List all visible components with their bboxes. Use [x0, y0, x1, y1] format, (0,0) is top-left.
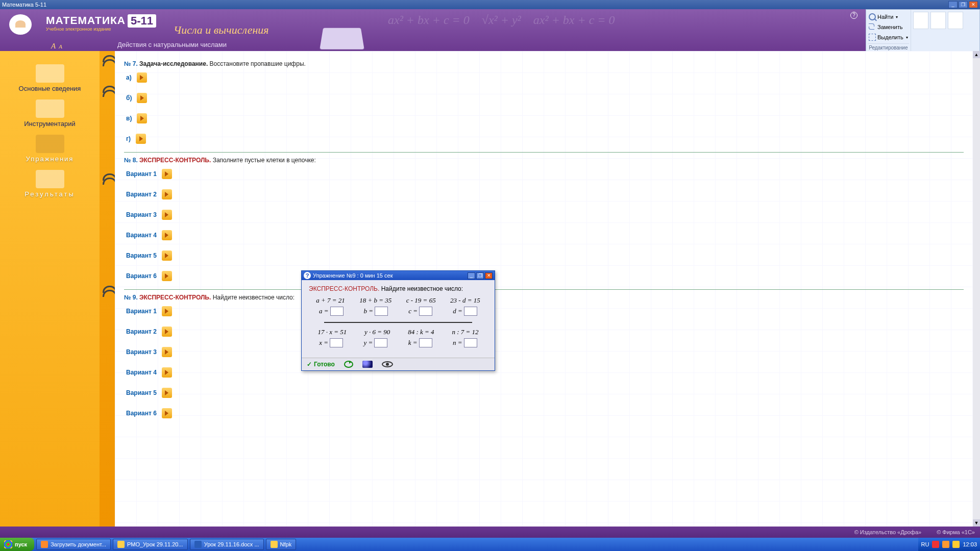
open-arrow-button[interactable] — [162, 169, 172, 179]
firefox-icon — [41, 541, 48, 548]
binder-rings — [100, 51, 115, 527]
tools-icon — [36, 99, 64, 118]
exercise-popup: ? Упражнение №9 : 0 мин 15 сек _ ❐ ✕ ЭКС… — [301, 270, 495, 371]
open-arrow-button[interactable] — [162, 271, 172, 281]
replace-button[interactable]: Заменить — [868, 23, 909, 31]
app-footer: © Издательство «Дрофа» © Фирма «1С» — [0, 527, 980, 538]
taskbar-button-firefox[interactable]: Загрузить документ... — [36, 539, 111, 550]
select-icon — [869, 34, 876, 41]
board-icon — [36, 135, 64, 153]
brand-grades: 5-11 — [128, 14, 156, 28]
task-9: № 9. ЭКСПРЕСС-КОНТРОЛЬ. Найдите неизвест… — [124, 289, 964, 423]
answer-input-n[interactable] — [464, 338, 477, 347]
sidebar: Основные сведения Инструментарий Упражне… — [0, 51, 100, 527]
task8-variant-2: Вариант 2 — [124, 184, 964, 205]
sidebar-item-results[interactable]: Результаты — [9, 166, 91, 201]
popup-minimize-button[interactable]: _ — [468, 272, 475, 279]
open-arrow-button[interactable] — [136, 134, 146, 144]
open-arrow-button[interactable] — [162, 388, 172, 398]
equation-row-2: 17 · x = 51 y · 6 = 90 84 : k = 4 n : 7 … — [309, 328, 487, 336]
task8-variant-6: Вариант 6 — [124, 266, 964, 286]
brand: МАТЕМАТИКА5-11 Учебное электронное издан… — [46, 14, 156, 32]
open-arrow-button[interactable] — [162, 327, 172, 337]
done-button[interactable]: Готово — [307, 361, 335, 368]
scroll-up-button[interactable]: ▲ — [973, 51, 980, 58]
answer-input-a[interactable] — [330, 307, 344, 316]
app-icon — [271, 541, 278, 548]
task8-variant-1: Вариант 1 — [124, 164, 964, 184]
question-icon: ? — [304, 272, 311, 279]
window-maximize-button[interactable]: ❐ — [959, 1, 968, 8]
results-icon — [36, 170, 64, 188]
answer-input-k[interactable] — [419, 338, 432, 347]
decorative-formula: ax² + bx + c = 0 √x² + y² ax² + bx + c =… — [388, 13, 857, 27]
task-7: № 7. Задача-исследование. Восстановите п… — [124, 56, 964, 149]
popup-title: Упражнение №9 : 0 мин 15 сек — [313, 272, 393, 279]
footer-publisher: © Издательство «Дрофа» — [854, 529, 922, 535]
open-arrow-button[interactable] — [162, 230, 172, 240]
select-button[interactable]: Выделить — [868, 33, 909, 41]
system-tray[interactable]: RU 12:03 — [918, 538, 980, 551]
task8-variant-4: Вариант 4 — [124, 225, 964, 245]
language-indicator[interactable]: RU — [921, 541, 929, 547]
equation-row-1: a + 7 = 21 18 + b = 35 c - 19 = 65 23 - … — [309, 296, 487, 305]
popup-titlebar[interactable]: ? Упражнение №9 : 0 мин 15 сек _ ❐ ✕ — [302, 271, 495, 280]
task7-item-c: в) — [124, 108, 964, 129]
vertical-scrollbar[interactable]: ▲ ▼ — [973, 51, 980, 527]
answer-row-1: a = b = c = d = — [309, 307, 487, 316]
find-button[interactable]: Найти — [868, 13, 909, 21]
logo-area — [4, 11, 35, 47]
tray-icon[interactable] — [942, 541, 949, 548]
open-arrow-button[interactable] — [162, 367, 172, 378]
clock[interactable]: 12:03 — [963, 541, 977, 547]
sidebar-item-exercises[interactable]: Упражнения — [9, 131, 91, 166]
open-arrow-button[interactable] — [137, 72, 147, 83]
tray-icon[interactable] — [952, 541, 960, 548]
open-arrow-button[interactable] — [162, 210, 172, 220]
task9-variant-4: Вариант 4 — [124, 362, 964, 383]
book-icon — [322, 23, 362, 49]
popup-close-button[interactable]: ✕ — [485, 272, 493, 279]
answer-input-b[interactable] — [375, 307, 388, 316]
answer-input-y[interactable] — [374, 338, 387, 347]
taskbar-button-folder[interactable]: РМО_Урок 29.11.20... — [113, 539, 188, 550]
app-header: ax² + bx + c = 0 √x² + y² ax² + bx + c =… — [0, 9, 980, 51]
task-8: № 8. ЭКСПРЕСС-КОНТРОЛЬ. Заполните пустые… — [124, 152, 964, 286]
task7-item-a: а) — [124, 67, 964, 88]
answer-input-d[interactable] — [464, 307, 477, 316]
sidebar-item-tools[interactable]: Инструментарий — [9, 95, 91, 131]
ribbon-editing-group: Найти Заменить Выделить Редактирование — [866, 10, 911, 51]
taskbar-button-word[interactable]: Урок 29.11.16.docx ... — [190, 539, 264, 550]
open-arrow-button[interactable] — [137, 113, 147, 123]
refresh-icon[interactable] — [344, 361, 353, 368]
open-arrow-button[interactable] — [162, 251, 172, 261]
answer-input-x[interactable] — [330, 338, 343, 347]
save-icon[interactable] — [362, 361, 373, 368]
task-number: № 9. — [124, 294, 138, 301]
show-answer-icon[interactable] — [382, 361, 393, 367]
content-scroll[interactable]: № 7. Задача-исследование. Восстановите п… — [115, 51, 973, 527]
window-minimize-button[interactable]: _ — [948, 1, 958, 8]
sidebar-item-basics[interactable]: Основные сведения — [9, 60, 91, 95]
professor-icon — [4, 11, 35, 47]
open-arrow-button[interactable] — [162, 408, 172, 418]
start-button[interactable]: пуск — [0, 538, 34, 551]
task8-variant-3: Вариант 3 — [124, 205, 964, 225]
answer-input-c[interactable] — [419, 307, 432, 316]
popup-maximize-button[interactable]: ❐ — [476, 272, 484, 279]
scroll-down-button[interactable]: ▼ — [973, 519, 980, 527]
task9-variant-1: Вариант 1 — [124, 301, 964, 321]
task-number: № 8. — [124, 157, 138, 164]
help-button[interactable]: ? — [850, 12, 857, 19]
open-arrow-button[interactable] — [137, 93, 147, 103]
open-arrow-button[interactable] — [162, 306, 172, 316]
window-close-button[interactable]: ✕ — [969, 1, 978, 8]
ribbon-panel: Найти Заменить Выделить Редактирование — [866, 9, 980, 51]
replace-icon — [869, 23, 876, 31]
app-title: Математика 5-11 — [2, 2, 46, 8]
open-arrow-button[interactable] — [162, 189, 172, 199]
tray-icon[interactable] — [932, 541, 939, 548]
taskbar-button-nfpk[interactable]: Nfpk — [266, 539, 297, 550]
font-size-controls[interactable]: AA — [51, 42, 62, 51]
open-arrow-button[interactable] — [162, 347, 172, 357]
